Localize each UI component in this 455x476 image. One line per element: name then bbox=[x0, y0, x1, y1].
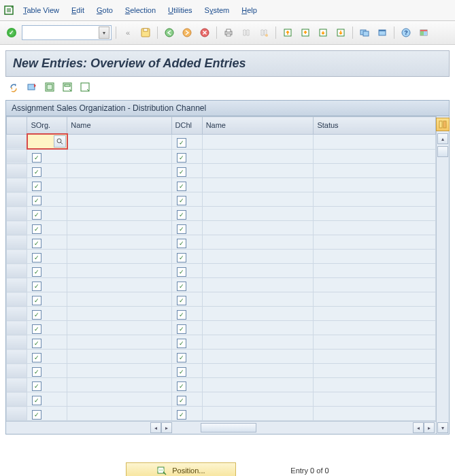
cell-status[interactable] bbox=[314, 378, 436, 392]
scroll-right-icon[interactable]: ▸ bbox=[161, 422, 172, 433]
menu-goto[interactable]: Goto bbox=[91, 4, 118, 16]
cell-status[interactable] bbox=[314, 292, 436, 307]
col-sorg[interactable]: SOrg. bbox=[27, 117, 67, 135]
cell-name2[interactable] bbox=[202, 307, 314, 321]
cell-name2[interactable] bbox=[202, 207, 314, 221]
checkbox-icon[interactable]: ✓ bbox=[177, 367, 186, 377]
cell-dchl[interactable]: ✓ bbox=[171, 149, 202, 164]
cell-dchl[interactable]: ✓ bbox=[171, 378, 202, 392]
cell-name1[interactable] bbox=[67, 221, 171, 235]
menu-help[interactable]: Help bbox=[236, 4, 263, 16]
row-selector[interactable] bbox=[7, 335, 27, 350]
cell-name1[interactable] bbox=[67, 292, 171, 307]
cell-status[interactable] bbox=[314, 264, 436, 278]
checkbox-icon[interactable]: ✓ bbox=[32, 239, 41, 248]
sorg-cell[interactable]: ✓ bbox=[27, 250, 67, 263]
checkbox-icon[interactable]: ✓ bbox=[177, 138, 186, 148]
cell-dchl[interactable]: ✓ bbox=[171, 335, 202, 350]
cell-dchl[interactable]: ✓ bbox=[171, 350, 202, 364]
cell-dchl[interactable]: ✓ bbox=[171, 278, 202, 292]
cell-status[interactable] bbox=[314, 364, 436, 378]
scroll-thumb[interactable] bbox=[201, 423, 256, 432]
cell-dchl[interactable]: ✓ bbox=[171, 134, 202, 149]
cell-dchl[interactable]: ✓ bbox=[171, 292, 202, 307]
sorg-cell[interactable]: ✓ bbox=[27, 178, 67, 192]
cell-sorg[interactable]: ✓ bbox=[27, 335, 67, 350]
cell-name1[interactable] bbox=[67, 250, 171, 264]
print-icon[interactable] bbox=[221, 25, 236, 40]
sorg-cell[interactable]: ✓ bbox=[27, 192, 67, 206]
checkbox-icon[interactable]: ✓ bbox=[32, 410, 41, 420]
sorg-cell[interactable]: ✓ bbox=[27, 350, 67, 363]
sorg-cell[interactable]: ✓ bbox=[27, 335, 67, 349]
cell-sorg[interactable]: ✓ bbox=[27, 350, 67, 364]
cell-status[interactable] bbox=[314, 192, 436, 207]
cell-dchl[interactable]: ✓ bbox=[171, 364, 202, 378]
cell-name1[interactable] bbox=[67, 264, 171, 278]
cell-status[interactable] bbox=[314, 321, 436, 335]
row-selector[interactable] bbox=[7, 192, 27, 207]
cell-sorg[interactable]: ✓ bbox=[27, 392, 67, 407]
cell-name1[interactable] bbox=[67, 278, 171, 292]
cell-sorg[interactable]: ✓ bbox=[27, 149, 67, 164]
cell-status[interactable] bbox=[314, 335, 436, 350]
cell-status[interactable] bbox=[314, 307, 436, 321]
checkbox-icon[interactable]: ✓ bbox=[177, 381, 186, 391]
cell-name1[interactable] bbox=[67, 207, 171, 221]
exit-circle-icon[interactable] bbox=[180, 25, 195, 40]
checkbox-icon[interactable]: ✓ bbox=[32, 267, 41, 277]
cell-sorg[interactable] bbox=[27, 134, 67, 149]
help-icon[interactable]: ? bbox=[399, 25, 414, 40]
checkbox-icon[interactable]: ✓ bbox=[32, 381, 41, 391]
cell-dchl[interactable]: ✓ bbox=[171, 221, 202, 235]
checkbox-icon[interactable]: ✓ bbox=[32, 353, 41, 362]
cell-name1[interactable] bbox=[67, 392, 171, 407]
cell-dchl[interactable]: ✓ bbox=[171, 264, 202, 278]
find-next-icon[interactable] bbox=[256, 25, 271, 40]
cell-name2[interactable] bbox=[202, 134, 314, 149]
checkbox-icon[interactable]: ✓ bbox=[32, 339, 41, 348]
row-selector[interactable] bbox=[7, 164, 27, 178]
checkbox-icon[interactable]: ✓ bbox=[177, 296, 186, 305]
cell-sorg[interactable]: ✓ bbox=[27, 235, 67, 250]
cell-status[interactable] bbox=[314, 207, 436, 221]
enter-button[interactable]: ✓ bbox=[4, 25, 19, 40]
cell-name1[interactable] bbox=[67, 321, 171, 335]
cell-name2[interactable] bbox=[202, 164, 314, 178]
cell-name2[interactable] bbox=[202, 250, 314, 264]
checkbox-icon[interactable]: ✓ bbox=[177, 239, 186, 248]
checkbox-icon[interactable]: ✓ bbox=[177, 410, 186, 420]
col-dchl[interactable]: DChl bbox=[171, 117, 202, 135]
checkbox-icon[interactable]: ✓ bbox=[32, 310, 41, 320]
cell-dchl[interactable]: ✓ bbox=[171, 235, 202, 250]
checkbox-icon[interactable]: ✓ bbox=[177, 153, 186, 163]
sorg-cell[interactable]: ✓ bbox=[27, 235, 67, 249]
cell-status[interactable] bbox=[314, 178, 436, 192]
cell-dchl[interactable]: ✓ bbox=[171, 164, 202, 178]
find-icon[interactable] bbox=[239, 25, 254, 40]
last-page-icon[interactable] bbox=[333, 25, 348, 40]
cell-name1[interactable] bbox=[67, 178, 171, 192]
select-block-icon[interactable] bbox=[60, 80, 75, 95]
cell-status[interactable] bbox=[314, 407, 436, 421]
cell-status[interactable] bbox=[314, 250, 436, 264]
prev-page-icon[interactable] bbox=[298, 25, 313, 40]
checkbox-icon[interactable]: ✓ bbox=[177, 353, 186, 362]
back-icon[interactable]: « bbox=[120, 25, 135, 40]
row-selector[interactable] bbox=[7, 149, 27, 164]
cell-name2[interactable] bbox=[202, 350, 314, 364]
cell-name1[interactable] bbox=[67, 350, 171, 364]
cell-name2[interactable] bbox=[202, 292, 314, 307]
row-selector[interactable] bbox=[7, 264, 27, 278]
sorg-input[interactable] bbox=[28, 135, 67, 148]
layout-icon[interactable] bbox=[416, 25, 431, 40]
row-selector[interactable] bbox=[7, 278, 27, 292]
cell-status[interactable] bbox=[314, 149, 436, 164]
scroll-up-icon[interactable]: ▴ bbox=[437, 133, 448, 144]
cell-name2[interactable] bbox=[202, 192, 314, 207]
scroll-down-icon[interactable]: ▾ bbox=[437, 422, 448, 433]
cell-name2[interactable] bbox=[202, 392, 314, 407]
checkbox-icon[interactable]: ✓ bbox=[32, 182, 41, 191]
vscroll-track[interactable] bbox=[437, 146, 448, 420]
checkbox-icon[interactable]: ✓ bbox=[32, 296, 41, 305]
